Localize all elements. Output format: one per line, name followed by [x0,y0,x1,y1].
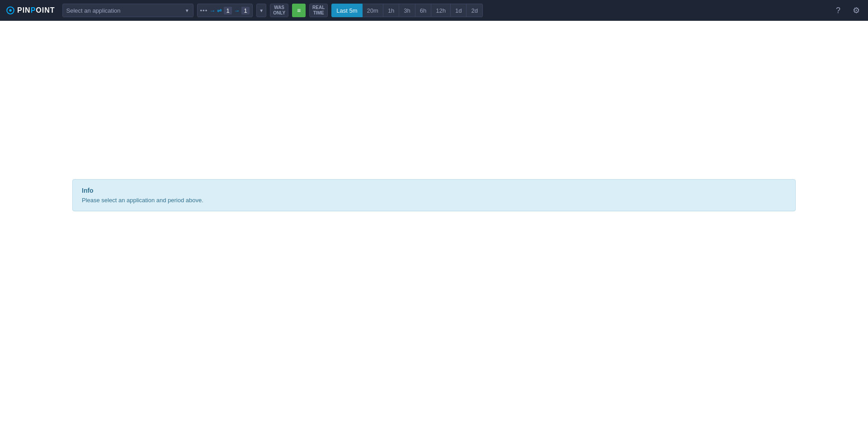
connection-arrow-right-icon: → [209,7,215,14]
time-button-3h-label: 3h [404,7,410,14]
info-box: Info Please select an application and pe… [72,179,796,211]
application-select-placeholder: Select an application [66,7,181,14]
connection-server-icon: ⇌ [217,7,222,14]
connection-count-1: 1 [224,7,232,14]
was-only-label: WASONLY [273,5,285,16]
info-box-title: Info [82,187,786,194]
connection-dropdown-button[interactable]: ▼ [256,4,266,17]
help-icon: ? [836,6,840,15]
info-box-message: Please select an application and period … [82,197,786,204]
time-button-last5m[interactable]: Last 5m [331,4,362,17]
time-button-2d-label: 2d [471,7,477,14]
help-button[interactable]: ? [832,4,844,17]
connection-controls: ••• → ⇌ 1 → 1 [197,4,253,17]
time-button-12h[interactable]: 12h [431,4,451,17]
time-button-20m-label: 20m [367,7,378,14]
chevron-down-icon: ▼ [185,8,189,13]
list-icon: ≡ [297,7,301,14]
connection-dots: ••• [200,7,208,14]
time-button-6h-label: 6h [420,7,426,14]
time-button-20m[interactable]: 20m [362,4,383,17]
settings-gear-icon: ⚙ [853,5,860,15]
main-content: Info Please select an application and pe… [0,21,868,423]
connection-count-2: 1 [241,7,250,14]
logo-text: PINPOINT [17,6,55,14]
time-button-6h[interactable]: 6h [415,4,431,17]
connection-arrow-right-2-icon: → [234,7,240,14]
settings-button[interactable]: ⚙ [850,4,863,17]
time-button-2d[interactable]: 2d [466,4,482,17]
navbar-right: ? ⚙ [832,4,863,17]
realtime-button[interactable]: REALTIME [309,4,328,17]
time-button-1h[interactable]: 1h [383,4,399,17]
logo: PINPOINT [5,5,55,15]
time-button-1d-label: 1d [455,7,462,14]
view-mode-button[interactable]: ≡ [292,4,306,17]
chevron-down-small-icon: ▼ [259,8,264,13]
time-button-last5m-label: Last 5m [336,7,357,14]
realtime-label: REALTIME [312,5,325,16]
svg-point-1 [9,9,12,12]
time-period-group: Last 5m 20m 1h 3h 6h 12h 1d 2d [331,4,483,17]
time-button-1h-label: 1h [388,7,394,14]
pinpoint-logo-icon [5,5,15,15]
navbar: PINPOINT Select an application ▼ ••• → ⇌… [0,0,868,21]
time-button-12h-label: 12h [436,7,446,14]
was-only-button[interactable]: WASONLY [270,4,288,17]
application-select[interactable]: Select an application ▼ [62,4,193,17]
time-button-3h[interactable]: 3h [399,4,415,17]
time-button-1d[interactable]: 1d [450,4,467,17]
